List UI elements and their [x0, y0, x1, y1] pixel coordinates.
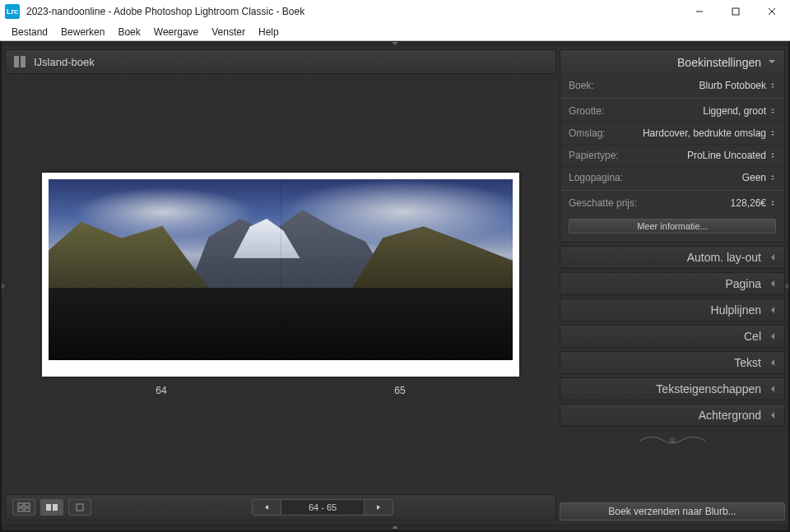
price-value: 128,26€ — [731, 197, 776, 209]
book-preview-area: 64 65 — [5, 74, 556, 494]
chevron-left-icon — [769, 306, 776, 314]
collection-name[interactable]: IJsland-boek — [34, 56, 95, 68]
menu-venster[interactable]: Venster — [205, 26, 252, 38]
updown-icon — [769, 174, 776, 181]
svg-rect-12 — [53, 504, 58, 511]
book-spread[interactable] — [42, 173, 519, 377]
page-numbers: 64 65 — [42, 385, 519, 396]
close-button[interactable] — [754, 0, 790, 23]
chevron-left-icon — [769, 385, 776, 393]
svg-marker-26 — [771, 178, 774, 180]
setting-value-logo[interactable]: Geen — [742, 172, 776, 183]
setting-row-price: Geschatte prijs: 128,26€ — [560, 190, 784, 214]
maximize-button[interactable] — [718, 0, 754, 23]
setting-label: Logopagina: — [569, 172, 623, 183]
send-to-blurb-button[interactable]: Boek verzenden naar Blurb... — [560, 502, 785, 520]
pager-next-button[interactable] — [364, 499, 393, 516]
setting-label: Grootte: — [569, 105, 604, 117]
chevron-left-icon — [769, 253, 776, 261]
svg-marker-37 — [392, 525, 398, 529]
updown-icon — [769, 130, 776, 136]
menu-weergave[interactable]: Weergave — [147, 26, 205, 38]
chevron-left-icon — [769, 332, 776, 340]
menu-help[interactable]: Help — [252, 26, 286, 38]
svg-marker-25 — [771, 175, 774, 177]
setting-row-size: Grootte: Liggend, groot — [560, 98, 784, 122]
svg-marker-20 — [771, 112, 774, 113]
panel-pagina[interactable]: Pagina — [560, 272, 785, 295]
setting-row-book: Boek: Blurb Fotoboek — [560, 75, 784, 96]
svg-marker-31 — [771, 307, 774, 313]
view-toolbar: 64 - 65 — [5, 494, 556, 520]
svg-marker-30 — [771, 280, 774, 287]
bottom-panel-toggle[interactable] — [2, 524, 788, 530]
svg-rect-13 — [77, 504, 83, 511]
setting-value-paper[interactable]: ProLine Uncoated — [687, 150, 776, 161]
collection-icon — [14, 56, 26, 67]
menubar: Bestand Bewerken Boek Weergave Venster H… — [0, 23, 790, 41]
more-info-button[interactable]: Meer informatie... — [569, 219, 776, 234]
panel-teksteigenschappen[interactable]: Teksteigenschappen — [560, 377, 785, 400]
setting-label: Papiertype: — [569, 150, 619, 161]
right-panel: Boekinstellingen Boek: Blurb Fotoboek Gr… — [560, 46, 788, 524]
right-panel-toggle[interactable] — [783, 279, 790, 294]
panel-hulplijnen[interactable]: Hulplijnen — [560, 298, 785, 322]
svg-marker-33 — [771, 359, 774, 366]
svg-marker-23 — [771, 153, 774, 155]
app-icon: Lrc — [5, 4, 20, 19]
page-number-right: 65 — [281, 385, 519, 396]
svg-marker-22 — [771, 134, 774, 136]
book-settings-title: Boekinstellingen — [677, 56, 761, 69]
collection-bar: IJsland-boek — [5, 49, 556, 74]
setting-label: Omslag: — [569, 127, 606, 139]
panel-tekst[interactable]: Tekst — [560, 351, 785, 374]
svg-marker-27 — [771, 201, 774, 202]
svg-rect-8 — [25, 503, 30, 507]
book-settings-header[interactable]: Boekinstellingen — [560, 50, 784, 75]
menu-bestand[interactable]: Bestand — [5, 26, 54, 38]
svg-marker-32 — [771, 333, 774, 340]
panel-auto-layout[interactable]: Autom. lay-out — [560, 246, 785, 269]
svg-rect-1 — [732, 8, 739, 15]
menu-boek[interactable]: Boek — [111, 26, 146, 38]
setting-value-cover[interactable]: Hardcover, bedrukte omslag — [643, 127, 776, 139]
svg-marker-19 — [771, 109, 774, 110]
view-grid-button[interactable] — [12, 499, 35, 516]
updown-icon — [769, 200, 776, 206]
svg-marker-14 — [265, 505, 268, 510]
svg-marker-16 — [769, 60, 775, 63]
minimize-button[interactable] — [681, 0, 718, 23]
setting-row-cover: Omslag: Hardcover, bedrukte omslag — [560, 122, 784, 144]
price-label: Geschatte prijs: — [569, 197, 637, 209]
menu-bewerken[interactable]: Bewerken — [54, 26, 111, 38]
chevron-left-icon — [769, 359, 776, 367]
titlebar: Lrc 2023-nandoonline - Adobe Photoshop L… — [0, 0, 790, 23]
pager-display[interactable]: 64 - 65 — [281, 499, 364, 516]
svg-marker-18 — [771, 86, 774, 88]
panel-cel[interactable]: Cel — [560, 325, 785, 348]
setting-value-book[interactable]: Blurb Fotoboek — [699, 80, 776, 91]
view-single-button[interactable] — [68, 499, 91, 516]
svg-marker-34 — [771, 386, 774, 392]
svg-marker-35 — [771, 412, 774, 419]
panel-achtergrond[interactable]: Achtergrond — [560, 404, 785, 427]
setting-value-size[interactable]: Liggend, groot — [703, 105, 776, 117]
updown-icon — [769, 82, 776, 89]
svg-marker-28 — [771, 204, 774, 206]
chevron-left-icon — [769, 411, 776, 419]
svg-marker-15 — [377, 505, 380, 510]
svg-rect-11 — [46, 504, 51, 511]
setting-label: Boek: — [569, 80, 594, 91]
svg-marker-24 — [771, 156, 774, 158]
setting-row-logo: Logopagina: Geen — [560, 166, 784, 188]
updown-icon — [769, 152, 776, 159]
svg-marker-4 — [392, 42, 398, 45]
svg-rect-10 — [25, 508, 30, 511]
pager-prev-button[interactable] — [252, 499, 281, 516]
setting-row-paper: Papiertype: ProLine Uncoated — [560, 144, 784, 166]
svg-marker-29 — [771, 254, 774, 261]
view-spread-button[interactable] — [40, 499, 63, 516]
panel-ornament — [560, 430, 785, 451]
svg-marker-6 — [785, 283, 788, 289]
workspace: IJsland-boek — [0, 41, 790, 532]
